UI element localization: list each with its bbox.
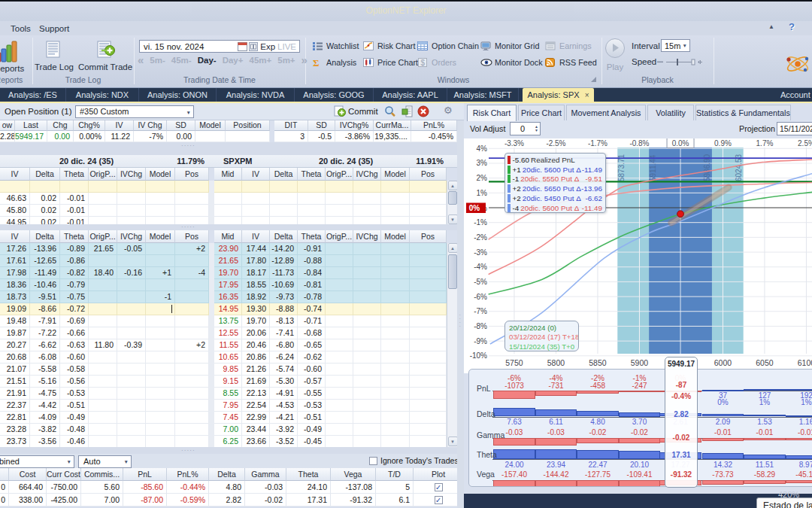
chain-cell: 21.69 — [242, 376, 270, 388]
tab-aapl[interactable]: Analysis: AAPL — [374, 88, 447, 102]
chain-row[interactable]: 20.68-6.08-0.6010.6520.86-6.24-0.62 — [0, 351, 464, 364]
h-splitter[interactable]: ∙∙∙∙∙ — [0, 224, 464, 230]
scroll-up-icon[interactable]: ▲ — [448, 243, 458, 253]
tab-account[interactable]: Account — [780, 88, 812, 102]
windows-item-monitor-dock[interactable]: Monitor Dock — [480, 56, 543, 68]
tab-msft[interactable]: Analysis: MSFT — [447, 88, 519, 102]
h-splitter[interactable]: ∙∙∙∙∙ — [0, 142, 464, 155]
export-icon[interactable] — [401, 105, 413, 119]
chain-row[interactable]: 23.28-3.82-0.487.0023.44-3.92-0.49 — [0, 424, 464, 436]
tab-close-icon[interactable]: × — [585, 91, 589, 99]
stats-value-row-right[interactable]: 3-0.5-3.86%19,335....-0.45% — [274, 131, 457, 142]
chain-cell — [353, 303, 381, 315]
watchlist-icon-part-part — [313, 48, 315, 50]
tab-goog[interactable]: Analysis: GOOG — [295, 88, 374, 102]
tab-es[interactable]: Analysis: /ES — [0, 88, 66, 102]
chain-row[interactable]: 19.87-7.22-0.6612.5520.06-7.41-0.68 — [0, 327, 464, 339]
time-toggle-icon[interactable] — [249, 42, 258, 51]
chain-row[interactable]: 46.630.02-0.01 — [0, 193, 464, 205]
vol-adjust-spinner[interactable]: ▲▼ — [535, 125, 540, 132]
nav-5mp[interactable]: 5m+ — [277, 56, 295, 65]
scroll-up-icon[interactable]: ▲ — [448, 181, 458, 190]
chain-row[interactable]: 20.27-6.62-0.6311.80-0.39+211.5520.46-6.… — [0, 339, 464, 351]
nav-5mm[interactable]: 5m- — [150, 56, 165, 65]
v-splitter[interactable]: ∙∙∙∙ — [457, 120, 464, 508]
chain-row[interactable] — [0, 181, 464, 193]
chain-row[interactable]: 19.48-7.91-0.6913.7519.70-8.13-0.71 — [0, 315, 464, 327]
chain-row[interactable]: 45.800.02-0.01 — [0, 205, 464, 217]
ribbon-collapse-icon[interactable]: ▲ — [768, 23, 774, 30]
calendar-icon[interactable] — [238, 42, 247, 51]
windows-item-monitor-grid[interactable]: Monitor Grid — [480, 40, 539, 52]
tab-onon[interactable]: Analysis: ONON — [139, 88, 217, 102]
nav-45mp[interactable]: 45m+ — [249, 56, 271, 65]
nav-Dayp[interactable]: Day+ — [223, 56, 244, 65]
plot-checkbox[interactable]: ✓ — [435, 483, 443, 491]
auto-select[interactable]: Auto▼ — [78, 455, 132, 468]
windows-item-risk-chart[interactable]: Risk Chart — [363, 40, 415, 52]
risk-tab-price-chart[interactable]: Price Chart — [518, 105, 565, 120]
trade-row[interactable]: 0338.00-425.007.00-87.00-0.59%2.82-0.021… — [0, 494, 464, 506]
strategy-select[interactable]: #350 Custom▼ — [75, 105, 194, 118]
risk-tab-volatility[interactable]: Volatility — [647, 105, 694, 120]
ignore-trades-checkbox[interactable]: Ignore Today's Trades — [369, 456, 459, 465]
scrollbar-thumb[interactable] — [448, 254, 457, 289]
chain-row[interactable]: 22.37-4.42-0.517.9522.54-4.53-0.53 — [0, 400, 464, 412]
step-back-icon[interactable]: « — [138, 56, 144, 65]
windows-item-rss-feed[interactable]: RSS Feed — [545, 56, 597, 68]
chain-row[interactable]: 18.36-10.46-0.7917.9518.55-10.69-0.81 — [0, 279, 464, 291]
chain-row[interactable]: 21.51-5.16-0.569.1521.69-5.30-0.57 — [0, 376, 464, 388]
windows-item-watchlist[interactable]: Watchlist — [312, 40, 359, 52]
search-icon[interactable] — [384, 105, 396, 119]
plot-checkbox[interactable]: ✓ — [435, 496, 443, 504]
commit-button[interactable]: Commit — [348, 107, 378, 116]
risk-tab-movement-analysis[interactable]: Movement Analysis — [566, 105, 646, 120]
tab-ndx[interactable]: Analysis: NDX — [66, 88, 139, 102]
chain-scrollbar[interactable]: ▲▼ — [447, 243, 457, 447]
trade-row[interactable]: 0664.40-750.005.60-85.60-0.44%4.80-0.032… — [0, 481, 464, 494]
chain-row[interactable]: 23.73-3.56-0.466.2523.66-3.52-0.45 — [0, 436, 464, 447]
title-bar[interactable]: OptionNET Explorer — [0, 2, 812, 21]
windows-item-price-chart[interactable]: Price Chart — [363, 56, 418, 68]
chain-row[interactable]: 19.09-8.66-0.7214.9519.30-8.88-0.74 — [0, 303, 464, 315]
interval-select[interactable]: 15m▼ — [661, 39, 690, 52]
chain-row[interactable]: 21.07-5.58-0.589.8521.26-5.74-0.60 — [0, 364, 464, 376]
h-splitter[interactable]: ∙∙∙∙∙ — [0, 447, 464, 454]
projection-date-input[interactable]: 15/11/2024 — [777, 122, 812, 135]
tab-spx-active[interactable]: Analysis: SPX× — [523, 88, 594, 103]
chain-row[interactable]: 21.91-4.75-0.538.5522.13-4.91-0.55 — [0, 388, 464, 400]
chain-row[interactable]: 17.26-13.96-0.8921.65-0.05+223.9017.44-1… — [0, 243, 464, 255]
chain-row-right — [214, 217, 447, 224]
current-price-column[interactable]: 5949.17-87-0.4%2.82-0.0217.31-91.32 — [665, 357, 698, 488]
scroll-down-icon[interactable]: ▼ — [448, 437, 458, 446]
chain-row[interactable]: 22.81-4.09-0.497.4522.99-4.21-0.51 — [0, 412, 464, 424]
chain-cell — [381, 436, 410, 447]
menu-tools[interactable]: Tools — [6, 23, 35, 35]
mini-scrollbar[interactable]: ▲▼ — [447, 181, 457, 224]
windows-group-expand-icon[interactable] — [591, 77, 596, 82]
vol-adjust-input[interactable]: 0▲▼ — [510, 122, 541, 135]
nav-45mm[interactable]: 45m- — [171, 56, 192, 65]
nav-Daym[interactable]: Day- — [198, 56, 217, 65]
scroll-down-icon[interactable]: ▼ — [448, 214, 458, 224]
step-forward-icon[interactable]: » — [301, 56, 308, 65]
trading-date-field[interactable]: vi. 15 nov. 2024ExpLIVE — [139, 40, 300, 53]
help-icon[interactable]: ? — [789, 21, 795, 32]
chain-row[interactable]: 44.950.02-0.01 — [0, 217, 464, 224]
view-mode-select[interactable]: bined▼ — [0, 455, 74, 468]
chain-row[interactable]: 17.61-12.65-0.8621.6517.80-12.89-0.88 — [0, 255, 464, 267]
stats-value-row[interactable]: 2.285949.170.000.00%11.22-7%0.00 — [0, 131, 270, 142]
close-position-icon[interactable] — [417, 105, 429, 119]
chain-row[interactable]: 18.73-9.51-0.75-116.3518.92-9.73-0.78 — [0, 291, 464, 303]
scrollbar-thumb[interactable] — [448, 191, 457, 205]
windows-item-analysis[interactable]: ΣAnalysis — [312, 56, 356, 68]
risk-tab-statistics-fundamentals[interactable]: Statistics & Fundamentals — [695, 105, 791, 120]
windows-item-option-chain[interactable]: Option Chain — [417, 40, 479, 52]
menu-support[interactable]: Support — [35, 23, 74, 35]
chain-row[interactable]: 17.98-11.49-0.8218.40-0.16+1-419.7018.17… — [0, 267, 464, 279]
tab-nvda[interactable]: Analysis: NVDA — [217, 88, 295, 102]
speed-slider[interactable] — [657, 57, 702, 66]
risk-tab-risk-chart[interactable]: Risk Chart — [467, 105, 517, 121]
current-price-dot[interactable] — [677, 211, 684, 217]
⚙[interactable]: ⚙ — [444, 105, 453, 116]
